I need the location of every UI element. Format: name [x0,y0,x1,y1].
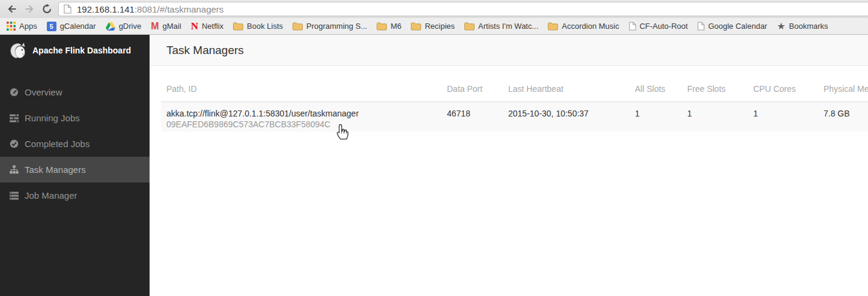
back-button[interactable] [3,1,20,17]
col-physical-memory: Physical Memory [818,76,868,102]
folder-icon [464,22,475,31]
sidebar: Apache Flink Dashboard Overview Running … [0,35,150,296]
bookmark-label: Recipies [425,22,455,31]
bookmark-gmail[interactable]: M gMail [146,19,186,34]
gdrive-icon [106,22,115,31]
url-path: :8081/#/taskmanagers [135,4,223,14]
bookmark-gcalendar[interactable]: 5 gCalendar [42,19,101,34]
bookmark-recipies[interactable]: Recipies [406,19,460,34]
cell-path-id: akka.tcp://flink@127.0.1.1:58301/user/ta… [161,102,442,132]
bookmark-label: Accordion Music [562,22,619,31]
cell-physical-memory: 7.8 GB [818,102,868,132]
taskmanagers-table: Path, ID Data Port Last Heartbeat All Sl… [161,76,868,131]
apps-grid-icon [7,22,16,31]
bookmark-netflix[interactable]: N Netflix [186,19,228,34]
folder-icon [411,22,421,31]
bookmark-label: Bookmarks [789,22,828,31]
table-row[interactable]: akka.tcp://flink@127.0.1.1:58301/user/ta… [161,102,868,132]
bookmark-label: Google Calendar [708,22,767,31]
folder-icon [233,22,243,31]
page-icon [629,22,636,31]
tasks-icon [9,114,19,122]
sidebar-item-label: Overview [25,87,62,97]
content-header: Task Managers [150,35,868,66]
sidebar-item-label: Task Managers [25,165,86,175]
gmail-icon: M [151,22,159,31]
server-icon [9,192,19,200]
col-all-slots: All Slots [630,76,682,102]
bookmark-label: gCalendar [60,22,96,31]
sidebar-item-overview[interactable]: Overview [0,79,150,105]
bookmark-accordion-music[interactable]: Accordion Music [543,19,624,34]
bookmark-cf-auto-root[interactable]: CF-Auto-Root [624,19,693,34]
main-content: Task Managers Path, ID Data Port Last He… [150,35,868,296]
sitemap-icon [9,165,19,174]
cell-free-slots: 1 [682,102,748,132]
taskmanagers-table-wrap: Path, ID Data Port Last Heartbeat All Sl… [150,66,868,131]
cell-last-heartbeat: 2015-10-30, 10:50:37 [503,102,630,132]
reload-button[interactable] [38,1,55,17]
bookmark-book-lists[interactable]: Book Lists [228,19,288,34]
bookmark-label: Book Lists [247,22,283,31]
flink-dashboard-app: Apache Flink Dashboard Overview Running … [0,35,868,296]
taskmanager-id: 09EAFED6B9869C573AC7BCB33F58094C [166,119,437,130]
bookmark-label: Programming S... [306,22,367,31]
cell-all-slots: 1 [630,102,682,132]
netflix-icon: N [191,22,198,31]
reload-icon [41,4,52,14]
bookmark-label: CF-Auto-Root [640,22,688,31]
table-header-row: Path, ID Data Port Last Heartbeat All Sl… [161,76,868,102]
folder-icon [548,22,558,31]
sidebar-item-completed-jobs[interactable]: Completed Jobs [0,131,150,157]
sidebar-item-job-manager[interactable]: Job Manager [0,183,150,208]
cell-data-port: 46718 [442,102,503,132]
bookmark-programming[interactable]: Programming S... [288,19,372,34]
browser-toolbar: 192.168.1.141:8081/#/taskmanagers [0,0,868,18]
bookmark-label: gDrive [119,22,142,31]
col-cpu-cores: CPU Cores [748,76,818,102]
bookmark-google-calendar[interactable]: Google Calendar [693,19,772,34]
page-title: Task Managers [166,44,244,57]
bookmark-m6[interactable]: M6 [372,19,406,34]
bookmark-apps[interactable]: Apps [2,19,42,34]
check-circle-icon [9,139,19,148]
col-last-heartbeat: Last Heartbeat [503,76,630,102]
cell-cpu-cores: 1 [748,102,818,132]
url-host: 192.168.1.141 [77,4,135,14]
folder-icon [293,22,303,31]
sidebar-header: Apache Flink Dashboard [0,35,150,66]
sidebar-nav: Overview Running Jobs Completed Jobs Tas… [0,79,150,208]
sidebar-item-label: Running Jobs [25,113,80,123]
sidebar-item-label: Completed Jobs [25,139,90,149]
app-title: Apache Flink Dashboard [32,46,131,55]
dashboard-icon [9,88,19,97]
bookmark-label: Apps [19,22,37,31]
bookmarks-bar: Apps 5 gCalendar gDrive M gMail N Netfli… [0,18,868,35]
taskmanager-path: akka.tcp://flink@127.0.1.1:58301/user/ta… [166,108,437,119]
page-icon [697,22,705,31]
bookmark-label: M6 [390,22,401,31]
forward-button[interactable] [20,1,38,17]
sidebar-item-label: Job Manager [25,190,77,201]
bookmark-bookmarks-folder[interactable]: ★ Bookmarks [772,19,833,34]
star-icon: ★ [777,22,785,31]
gcalendar-icon: 5 [47,22,56,31]
col-path-id: Path, ID [161,76,442,102]
bookmark-gdrive[interactable]: gDrive [101,19,147,34]
sidebar-item-running-jobs[interactable]: Running Jobs [0,105,150,131]
sidebar-item-task-managers[interactable]: Task Managers [0,157,150,183]
forward-arrow-icon [24,4,35,14]
bookmark-label: Netflix [202,22,223,31]
address-bar[interactable]: 192.168.1.141:8081/#/taskmanagers [58,2,868,16]
col-free-slots: Free Slots [682,76,748,102]
bookmark-label: gMail [163,22,181,31]
url-text: 192.168.1.141:8081/#/taskmanagers [77,4,223,14]
bookmark-artists[interactable]: Artists I'm Watc... [460,19,543,34]
folder-icon [377,22,387,31]
col-data-port: Data Port [442,76,503,102]
page-icon [64,4,71,14]
bookmark-label: Artists I'm Watc... [478,22,538,31]
back-arrow-icon [7,4,17,14]
flink-squirrel-logo [7,40,26,61]
